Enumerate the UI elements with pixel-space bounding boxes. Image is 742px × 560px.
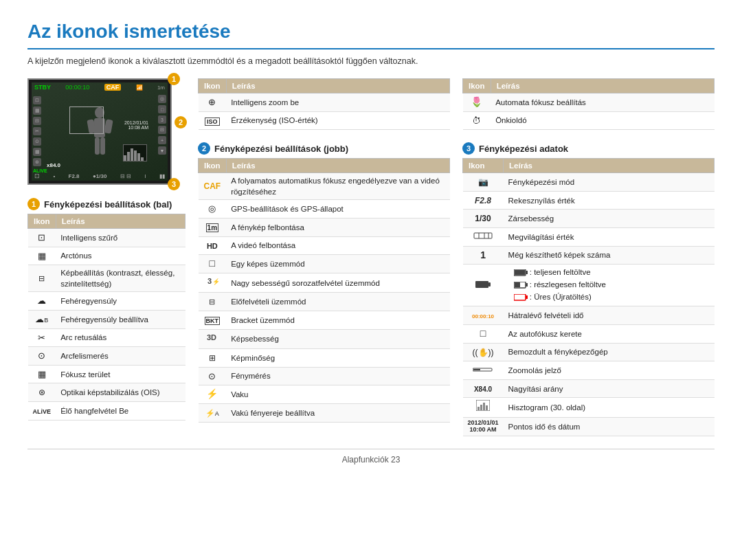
svg-text:3: 3 bbox=[207, 277, 212, 285]
cam-top-bar: STBY 00:00:10 CAF 📶 1m bbox=[32, 82, 168, 92]
battery-half-item: : részlegesen feltöltve bbox=[514, 279, 710, 290]
icon-histogram bbox=[463, 398, 504, 418]
icon-magnify: X84.0 bbox=[463, 379, 504, 398]
desc-single: Egy képes üzemmód bbox=[226, 255, 449, 273]
cam-time-label: 00:00:10 bbox=[65, 84, 89, 91]
cam-battery-full: ▮▮ bbox=[159, 173, 165, 179]
icon-prev: ⊟ bbox=[199, 293, 227, 311]
desc-focus: Fókusz terület bbox=[56, 365, 185, 383]
datetime-text: 2012/01/0110:00 AM bbox=[468, 420, 499, 434]
battery-half-icon bbox=[514, 282, 528, 289]
svg-rect-6 bbox=[124, 155, 126, 161]
cam-zoom-area: x84.0 bbox=[47, 162, 60, 168]
cam-left-icon-1: ⊡ bbox=[33, 96, 41, 104]
icon-retouch: ✂ bbox=[28, 328, 56, 347]
table-row: ⊛ Optikai képstabilizálás (OIS) bbox=[28, 383, 186, 402]
svg-rect-25 bbox=[515, 282, 520, 287]
cam-left-icon-6: ▦ bbox=[33, 148, 41, 156]
diagram-label-3: 3 bbox=[168, 178, 180, 190]
icon-mode: 📷 bbox=[463, 173, 504, 192]
icon-aperture: F2.8 bbox=[463, 191, 504, 210]
cam-left-icon-7: ⊛ bbox=[33, 158, 41, 166]
icon-photores: 1m bbox=[199, 218, 227, 236]
section-left: 1 Fényképezési beállítások (bal) Ikon Le… bbox=[27, 198, 186, 421]
cam-right-icon-5: + bbox=[158, 136, 166, 144]
icon-gps: ◎ bbox=[199, 200, 227, 219]
svg-rect-35 bbox=[486, 405, 488, 410]
icon-wb-set: ☁B bbox=[28, 310, 56, 328]
table-row: 1 Még készíthető képek száma bbox=[463, 246, 715, 265]
icon-focus: ▦ bbox=[28, 365, 56, 383]
desc-datetime: Pontos idő és dátum bbox=[504, 418, 715, 436]
table-row: ⊟ Előfelvételi üzemmód bbox=[199, 293, 450, 311]
desc-iso: Érzékenység (ISO-érték) bbox=[226, 111, 449, 130]
table-row: ☁B Fehéregyensúly beállítva bbox=[28, 310, 186, 328]
main-tables-row: 2 Fényképezési beállítások (jobb) Ikon L… bbox=[198, 142, 715, 436]
icon-shutter: 1/30 bbox=[463, 210, 504, 228]
battery-empty-icon bbox=[514, 294, 528, 301]
svg-rect-22 bbox=[515, 270, 525, 275]
svg-rect-32 bbox=[477, 407, 480, 410]
table-row: ⊕ Intelligens zoom be bbox=[199, 93, 450, 112]
table-row: HD A videó felbontása bbox=[199, 236, 450, 255]
cam-histogram bbox=[123, 144, 147, 161]
icon-alive: ALiVE bbox=[28, 401, 56, 420]
desc-filter: Intelligens szűrő bbox=[56, 229, 185, 247]
cam-right-icons: ◎ □ 3 ⊟ + ▼ bbox=[158, 95, 166, 155]
desc-zoomlevel: Zoomolás jelző bbox=[504, 361, 715, 380]
table-row: ⏱ Önkioldó bbox=[463, 111, 715, 130]
left-table-col-icon: Ikon bbox=[28, 214, 56, 229]
histogram-icon bbox=[476, 400, 490, 411]
right-mini-block: Ikon Leírás 🌷 Automata fókusz beállítás … bbox=[462, 78, 715, 130]
left-table: Ikon Leírás ⊡ Intelligens szűrő ▦ Arctón… bbox=[27, 214, 186, 421]
svg-rect-15 bbox=[474, 233, 492, 238]
svg-rect-30 bbox=[473, 369, 480, 370]
table-row: F2.8 Rekesznyílás érték bbox=[463, 191, 715, 210]
svg-rect-27 bbox=[514, 294, 526, 300]
battery-svg bbox=[475, 280, 491, 289]
page-title: Az ikonok ismertetése bbox=[27, 21, 715, 49]
table-row: ⊡ Intelligens szűrő bbox=[28, 229, 186, 247]
svg-rect-19 bbox=[475, 281, 488, 288]
icon-af-auto: 🌷 bbox=[463, 93, 491, 112]
tables-section: Ikon Leírás ⊕ Intelligens zoom be ISO bbox=[198, 78, 715, 436]
svg-text:⚡: ⚡ bbox=[212, 278, 218, 286]
icon-shake: ((✋)) bbox=[463, 343, 504, 361]
svg-rect-34 bbox=[483, 403, 485, 410]
desc-alive: Élő hangfelvétel Be bbox=[56, 401, 185, 420]
desc-photores: A fénykép felbontása bbox=[226, 218, 449, 236]
main-content: STBY 00:00:10 CAF 📶 1m ⊡ ▦ ⊟ ✂ ⊙ ▦ bbox=[27, 78, 715, 436]
icon-iso: ISO bbox=[199, 111, 227, 130]
section-middle-title: 2 Fényképezési beállítások (jobb) bbox=[198, 142, 450, 155]
subtitle: A kijelzőn megjelenő ikonok a kiválaszto… bbox=[27, 56, 715, 66]
table-row: 3D Képsebesség bbox=[199, 329, 450, 349]
cam-right-icon-6: ▼ bbox=[158, 146, 166, 155]
desc-ev: Megvilágítási érték bbox=[504, 227, 715, 246]
table-row: ⚡A Vakú fényereje beállítva bbox=[199, 403, 450, 422]
section-left-title: 1 Fényképezési beállítások (bal) bbox=[27, 198, 186, 210]
cam-left-icon-2: ▦ bbox=[33, 107, 41, 115]
cam-dot: • bbox=[53, 173, 55, 179]
icon-adjust: ⊟ bbox=[28, 265, 56, 292]
svg-rect-33 bbox=[480, 405, 482, 410]
table-row: ▦ Arctónus bbox=[28, 247, 186, 265]
table-row: ⊙ Arcfelismerés bbox=[28, 347, 186, 366]
desc-flashcomp: Vakú fényereje beállítva bbox=[226, 403, 449, 422]
section-data-title: 3 Fényképezési adatok bbox=[462, 142, 715, 155]
desc-meter: Fénymérés bbox=[226, 367, 449, 385]
table-row: ⚡ Vaku bbox=[199, 385, 450, 404]
icon-meter: ⊙ bbox=[199, 367, 227, 385]
icon-single: □ bbox=[199, 255, 227, 273]
desc-mode: Fényképezési mód bbox=[504, 173, 715, 192]
top-mini-tables: Ikon Leírás ⊕ Intelligens zoom be ISO bbox=[198, 78, 715, 130]
right-mini-table: Ikon Leírás 🌷 Automata fókusz beállítás … bbox=[462, 78, 715, 130]
table-row: CAF A folyamatos automatikus fókusz enge… bbox=[199, 173, 450, 200]
icon-zoomlevel bbox=[463, 361, 504, 380]
table-row: □ Egy képes üzemmód bbox=[199, 255, 450, 273]
svg-text:3D: 3D bbox=[207, 333, 216, 341]
table-row: 3 ⚡ Nagy sebességű sorozatfelvétel üzemm… bbox=[199, 273, 450, 293]
icon-flashcomp: ⚡A bbox=[199, 403, 227, 422]
cam-left-icon-4: ✂ bbox=[33, 127, 41, 135]
icon-afframe: □ bbox=[463, 325, 504, 344]
middle-col-icon: Ikon bbox=[199, 159, 227, 173]
